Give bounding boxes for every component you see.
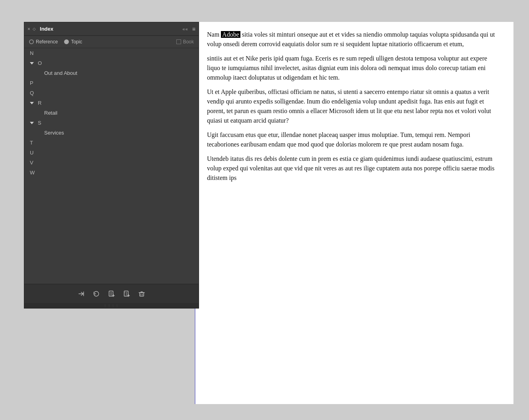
panel-titlebar-left: × ◇ Index <box>27 26 53 32</box>
panel-toolbar <box>24 284 199 303</box>
panel-arrow-icon: ◇ <box>33 27 36 31</box>
list-item-R[interactable]: R <box>24 98 199 108</box>
entry-services: Services <box>44 130 64 136</box>
panel-menu-icon[interactable]: ≡ <box>192 26 195 32</box>
highlight-adobe: Adobe <box>221 31 240 38</box>
expand-R-icon <box>30 102 34 104</box>
list-item-N[interactable]: N <box>24 48 199 58</box>
radio-reference-label: Reference <box>36 39 58 45</box>
new-entry-icon[interactable] <box>107 289 116 299</box>
letter-P: P <box>30 80 33 86</box>
letter-T: T <box>30 140 33 146</box>
paragraph-5: Utendeb itatus dis res debis dolente cum… <box>207 154 502 183</box>
list-item-V[interactable]: V <box>24 158 199 168</box>
paragraph-3: Ut et Apple quiberibus, offictasi offici… <box>207 87 502 125</box>
list-item-W[interactable]: W <box>24 168 199 178</box>
letter-U: U <box>30 150 33 156</box>
update-icon[interactable] <box>92 289 101 299</box>
list-item-S[interactable]: S <box>24 118 199 128</box>
close-icon[interactable]: × <box>27 26 30 32</box>
letter-Q: Q <box>30 90 34 96</box>
paragraph-1: Nam Adobe sitia voles sit minturi onsequ… <box>207 30 502 49</box>
go-to-icon[interactable] <box>76 289 86 299</box>
panel-title: Index <box>40 26 53 32</box>
list-item-O[interactable]: O <box>24 58 199 68</box>
list-item-U[interactable]: U <box>24 148 199 158</box>
expand-S-icon <box>30 122 34 124</box>
radio-reference-circle <box>29 39 34 44</box>
drag-handle[interactable]: ⋮⋮⋮⋮ <box>24 303 199 308</box>
paragraph-4: Ugit faccusam etus que etur, illendae no… <box>207 130 502 149</box>
panel-titlebar-controls: «« ≡ <box>183 26 195 32</box>
panel-radio-bar: Reference Topic Book <box>24 36 199 48</box>
checkbox-book-label: Book <box>183 39 194 45</box>
entry-out-and-about: Out and About <box>44 70 77 76</box>
radio-topic[interactable]: Topic <box>64 39 82 45</box>
letter-R: R <box>38 100 41 106</box>
list-item-Q[interactable]: Q <box>24 88 199 98</box>
radio-topic-circle <box>64 39 69 44</box>
document-content: Nam Adobe sitia voles sit minturi onsequ… <box>195 22 513 404</box>
svg-rect-14 <box>140 293 144 296</box>
index-list[interactable]: N O Out and About P Q R Retail S Service… <box>24 48 199 284</box>
letter-O: O <box>38 60 42 66</box>
letter-S: S <box>38 120 41 126</box>
panel-titlebar: × ◇ Index «« ≡ <box>24 22 199 36</box>
letter-V: V <box>30 160 33 166</box>
list-item-P[interactable]: P <box>24 78 199 88</box>
entry-retail: Retail <box>44 110 57 116</box>
radio-topic-label: Topic <box>71 39 82 45</box>
list-item-out-and-about[interactable]: Out and About <box>24 68 199 78</box>
letter-W: W <box>30 170 35 176</box>
index-panel: × ◇ Index «« ≡ Reference Topic Book N <box>24 22 199 309</box>
list-item-T[interactable]: T <box>24 138 199 148</box>
delete-icon[interactable] <box>137 289 146 299</box>
new-topic-icon[interactable] <box>122 289 131 299</box>
letter-N: N <box>30 50 33 56</box>
radio-reference[interactable]: Reference <box>29 39 58 45</box>
paragraph-2: sintiis aut et et Nike peris ipid quam f… <box>207 54 502 82</box>
checkbox-book-box <box>176 39 181 44</box>
checkbox-book[interactable]: Book <box>176 39 194 45</box>
expand-O-icon <box>30 62 34 64</box>
list-item-retail[interactable]: Retail <box>24 108 199 118</box>
list-item-services[interactable]: Services <box>24 128 199 138</box>
collapse-icon[interactable]: «« <box>183 27 188 31</box>
